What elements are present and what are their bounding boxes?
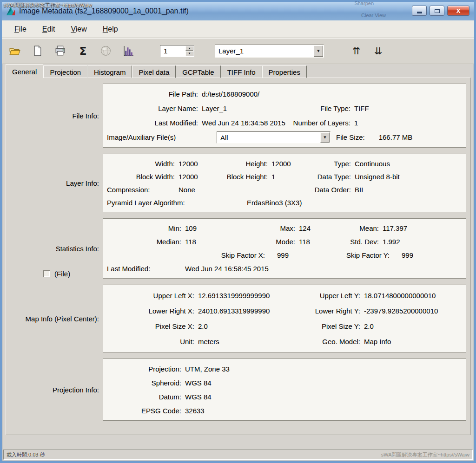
open-folder-icon [8, 45, 21, 57]
mode-value: 118 [297, 238, 332, 246]
projection-section: Projection Info: Projection: UTM, Zone 3… [6, 359, 466, 421]
spheroid-label: Spheroid: [107, 379, 183, 387]
open-file-button[interactable] [8, 45, 21, 57]
tab-tiff-info[interactable]: TIFF Info [221, 65, 262, 78]
median-label: Median: [107, 238, 183, 246]
watermark-top: sWA問題解決專案工作室~https//sWaiw [3, 2, 92, 9]
background-window-artifact: Sharpen [354, 0, 374, 6]
type-label: Type: [298, 160, 353, 168]
tab-histogram[interactable]: Histogram [87, 65, 132, 78]
statistics-label-col: Statistics Info: (File) [6, 218, 103, 279]
printer-icon [54, 45, 66, 57]
tab-projection[interactable]: Projection [43, 65, 87, 78]
skip-factor-x-label: Skip Factor X: [183, 251, 267, 259]
file-info-section: File Info: File Path: d:/test/168809000/… [6, 84, 466, 148]
skip-factor-x-value: 999 [267, 251, 302, 259]
tab-general[interactable]: General [6, 64, 43, 78]
menu-help[interactable]: Help [95, 23, 126, 36]
tab-properties[interactable]: Properties [262, 65, 307, 78]
map-info-section: Map Info (Pixel Center): Upper Left X: 1… [6, 285, 466, 352]
lower-right-y-label: Lower Right Y: [280, 307, 362, 315]
layer-info-groupbox: Width: 12000 Height: 12000 Type: Continu… [103, 154, 466, 212]
data-type-label: Data Type: [298, 173, 353, 181]
std-dev-label: Std. Dev: [332, 238, 381, 246]
move-layer-up-button[interactable]: ⇈ [350, 45, 363, 57]
layer-info-section-label: Layer Info: [66, 179, 99, 187]
pyramid-algorithm-label: Pyramid Layer Algorithm: [107, 199, 245, 207]
projection-value: UTM, Zone 33 [183, 365, 462, 373]
skip-factor-y-value: 999 [391, 251, 462, 259]
projection-section-label: Projection Info: [53, 386, 99, 394]
max-label: Max: [218, 224, 297, 232]
file-info-groupbox: File Path: d:/test/168809000/ Layer Name… [103, 84, 466, 148]
aux-files-label: Image/Auxiliary File(s) [107, 133, 217, 141]
height-value: 12000 [270, 160, 298, 168]
file-info-label-col: File Info: [6, 84, 103, 148]
projection-label: Projection: [107, 365, 183, 373]
statistics-section-label: Statistics Info: [56, 245, 99, 253]
layer-name-label: Layer Name: [107, 104, 200, 112]
menu-edit[interactable]: Edit [34, 23, 63, 36]
map-info-label-col: Map Info (Pixel Center): [6, 285, 103, 352]
band-spinner-value[interactable]: 1 [160, 46, 185, 57]
maximize-icon [435, 9, 440, 13]
file-path-label: File Path: [107, 90, 200, 98]
new-document-button[interactable] [31, 45, 44, 57]
menu-file[interactable]: File [7, 23, 34, 36]
pixel-size-x-value: 2.0 [196, 322, 280, 330]
toolbar: Σ 1 ▲ ▼ [2, 38, 474, 64]
print-button[interactable] [54, 45, 66, 57]
spheroid-value: WGS 84 [183, 379, 462, 387]
projection-label-col: Projection Info: [6, 359, 103, 421]
file-size-value: 166.77 MB [377, 133, 462, 141]
num-layers-label: Number of Layers: [287, 119, 352, 127]
close-button[interactable]: X [447, 6, 469, 16]
file-path-value: d:/test/168809000/ [200, 90, 462, 98]
data-order-label: Data Order: [298, 186, 353, 194]
block-height-label: Block Height: [214, 173, 270, 181]
histogram-button[interactable] [122, 45, 135, 57]
file-checkbox[interactable] [43, 270, 50, 277]
map-info-section-label: Map Info (Pixel Center): [26, 315, 99, 323]
spinner-down-button[interactable]: ▼ [185, 51, 193, 56]
maximize-button[interactable] [430, 6, 444, 16]
geo-model-value: Map Info [362, 338, 462, 346]
pixel-size-x-label: Pixel Size X: [107, 322, 196, 330]
layer-combo[interactable]: Layer_1 ▼ [215, 45, 324, 58]
globe-icon [99, 45, 112, 57]
mean-label: Mean: [332, 224, 381, 232]
num-layers-value: 1 [352, 119, 462, 127]
statistics-button[interactable]: Σ [77, 45, 89, 57]
projection-groupbox: Projection: UTM, Zone 33 Spheroid: WGS 8… [103, 359, 466, 421]
tab-pixel-data[interactable]: Pixel data [132, 65, 176, 78]
globe-button[interactable] [99, 45, 112, 57]
pixel-size-y-value: 2.0 [362, 322, 462, 330]
block-width-label: Block Width: [107, 173, 177, 181]
file-type-label: File Type: [287, 104, 352, 112]
move-layer-down-button[interactable]: ⇊ [372, 45, 384, 57]
layer-combo-value: Layer_1 [215, 45, 313, 57]
chevron-down-icon[interactable]: ▼ [320, 132, 330, 143]
layer-name-value: Layer_1 [200, 104, 287, 112]
stats-last-modified-label: Last Modified: [107, 265, 183, 273]
file-last-modified-label: Last Modified: [107, 119, 200, 127]
minimize-button[interactable] [412, 6, 427, 16]
spinner-up-button[interactable]: ▲ [185, 46, 193, 51]
aux-files-combo-value: All [217, 132, 320, 143]
lower-right-y-value: -23979.9285200000010 [362, 307, 462, 315]
aux-files-combo[interactable]: All ▼ [217, 131, 331, 143]
arrows-down-icon: ⇊ [374, 46, 383, 57]
file-checkbox-label: (File) [54, 270, 70, 278]
menu-view[interactable]: View [63, 23, 94, 36]
skip-factor-y-label: Skip Factor Y: [302, 251, 391, 259]
layer-info-label-col: Layer Info: [6, 154, 103, 212]
band-spinner[interactable]: 1 ▲ ▼ [160, 45, 194, 57]
epsg-code-value: 32633 [183, 407, 462, 415]
status-load-time: 載入時間:0.03 秒 [7, 451, 45, 458]
menu-bar: File Edit View Help [2, 20, 474, 38]
pixel-size-y-label: Pixel Size Y: [280, 322, 362, 330]
tab-gcp-table[interactable]: GCPTable [176, 65, 220, 78]
statistics-section: Statistics Info: (File) Min: 109 Max: 12… [6, 218, 466, 279]
chevron-down-icon[interactable]: ▼ [314, 46, 323, 57]
file-size-label: File Size: [336, 133, 365, 141]
